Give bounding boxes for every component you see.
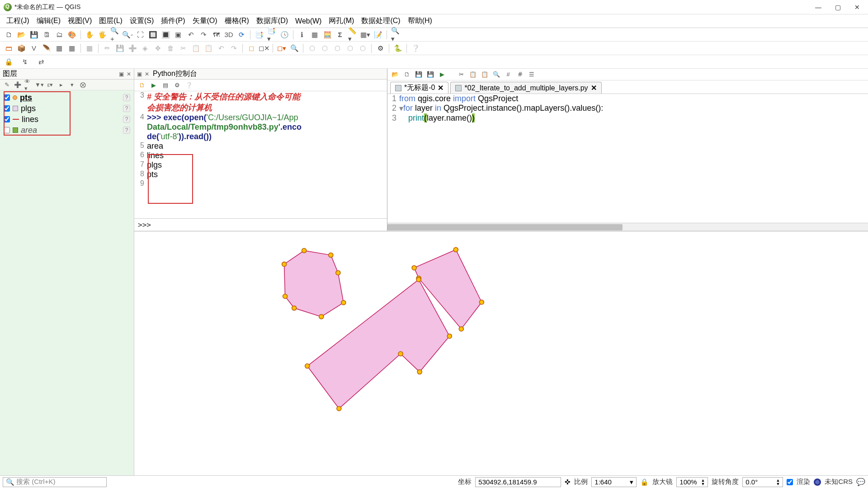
show-bookmarks-icon[interactable]: 📑▾ [267,30,277,40]
clear-console-icon[interactable]: 🗋 [138,81,146,89]
manage-views-icon[interactable]: 👁▾ [24,81,33,89]
map-vertex-point[interactable] [417,370,422,374]
pan-selection-icon[interactable]: 🖐 [97,30,107,40]
console-output[interactable]: 3# 安全警告：从不受信任的源键入命令可能 会损害您的计算机 4>>> exec… [134,91,387,218]
measure-icon[interactable]: 📏▾ [348,30,358,40]
cut-features-icon[interactable]: ✂ [178,43,188,53]
deselect-icon[interactable]: ◻✕ [259,43,269,53]
layer-checkbox[interactable] [4,116,10,122]
layer-row-pts[interactable]: pts ? [2,92,132,103]
pan-icon[interactable]: ✋ [85,30,94,40]
uncomment-icon[interactable]: #̵ [516,70,524,79]
zoom-last-icon[interactable]: ↶ [186,30,196,40]
topological-icon[interactable]: ⇄ [36,57,46,67]
toggle-editing-icon[interactable]: ✏ [102,43,112,53]
layout-manager-icon[interactable]: 🗂 [54,30,64,40]
map-vertex-point[interactable] [398,352,403,356]
tab-close-icon[interactable]: ✕ [591,84,597,92]
scale-field[interactable]: 1:640▾ [591,477,637,487]
new-map-view-icon[interactable]: 🗺 [211,30,221,40]
menu-raster[interactable]: 栅格(R) [222,15,252,27]
menu-view[interactable]: 视图(V) [65,15,94,27]
plugin-processing-icon[interactable]: ⚙ [375,43,385,53]
missing-crs-icon[interactable]: ? [123,94,130,101]
menu-edit[interactable]: 编辑(E) [34,15,63,27]
map-vertex-point[interactable] [412,266,416,270]
expand-all-icon[interactable]: ▸ [57,81,65,89]
edit-switch-icon[interactable]: ▦ [85,43,94,53]
map-vertex-point[interactable] [282,262,287,267]
no-selection-icon[interactable]: ◻ [246,43,256,53]
map-vertex-point[interactable] [341,300,346,305]
new-shapefile-icon[interactable]: V [29,43,39,53]
style-manager-icon[interactable]: 🎨 [67,30,77,40]
layer-row-lines[interactable]: lines ? [2,114,132,125]
zoom-layer-icon[interactable]: ▣ [173,30,183,40]
open-script-icon[interactable]: 📂 [391,70,399,79]
map-canvas[interactable] [134,231,868,475]
new-project-icon[interactable]: 🗋 [4,30,14,40]
crs-globe-icon[interactable] [814,479,821,486]
scale-lock-icon[interactable]: 🔒 [640,478,649,486]
data-source-manager-icon[interactable]: 🗃 [4,43,14,53]
refresh-icon[interactable]: ⟳ [236,30,246,40]
new-tab-icon[interactable]: 🗋 [403,70,411,79]
map-vertex-point[interactable] [319,314,324,319]
new-mesh-icon[interactable]: ▦ [67,43,77,53]
menu-web[interactable]: Web(W) [292,16,324,26]
map-vertex-point[interactable] [479,300,484,305]
identify-icon[interactable]: ℹ [297,30,307,40]
layer-style-icon[interactable]: ✎ [3,81,11,89]
map-vertex-point[interactable] [459,327,463,331]
console-float-icon[interactable]: ▣ [137,71,142,77]
maximize-icon[interactable]: ▢ [835,4,841,11]
new-bookmark-icon[interactable]: 📑 [254,30,264,40]
editor-horizontal-scrollbar[interactable] [387,223,868,231]
console-input[interactable]: >>> [134,218,387,231]
map-vertex-point[interactable] [337,406,341,411]
render-checkbox[interactable] [787,479,793,485]
new-3d-view-icon[interactable]: 3D [224,30,234,40]
close-icon[interactable]: ✕ [854,4,860,11]
adv-digitize-3-icon[interactable]: ⬡ [332,43,342,53]
console-close-icon[interactable]: ✕ [145,71,149,77]
map-vertex-point[interactable] [336,271,340,275]
layer-checkbox[interactable] [4,105,10,112]
select-features-icon[interactable]: ◻▾ [277,43,287,53]
add-feature-icon[interactable]: ➕ [127,43,137,53]
editor-body[interactable]: 1from qgis.core import QgsProject 2▾for … [387,94,868,223]
field-calculator-icon[interactable]: 🧮 [322,30,332,40]
help-icon[interactable]: ❔ [185,81,193,89]
comment-icon[interactable]: # [504,70,512,79]
menu-mesh[interactable]: 网孔(M) [326,15,357,27]
missing-crs-icon[interactable]: ? [123,127,130,134]
layer-row-area[interactable]: area ? [2,125,132,136]
menu-layer[interactable]: 图层(L) [96,15,125,27]
save-script-icon[interactable]: 💾 [415,70,423,79]
minimize-icon[interactable]: — [815,4,821,11]
layer-checkbox[interactable] [4,94,10,101]
map-vertex-point[interactable] [302,249,307,253]
tracing-icon[interactable]: ↯ [20,57,30,67]
object-inspector-icon[interactable]: ☰ [528,70,536,79]
map-vertex-point[interactable] [416,277,421,282]
select-by-value-icon[interactable]: 🔍 [289,43,299,53]
options-icon[interactable]: ⚙ [173,81,181,89]
panel-float-icon[interactable]: ▣ [119,71,124,77]
zoom-next-icon[interactable]: ↷ [198,30,208,40]
menu-settings[interactable]: 设置(S) [127,15,156,27]
zoom-full-icon[interactable]: 🔲 [148,30,158,40]
open-project-icon[interactable]: 📂 [16,30,26,40]
python-console-icon[interactable]: 🐍 [393,43,403,53]
map-vertex-point[interactable] [283,294,288,299]
run-command-icon[interactable]: ▶ [150,81,158,89]
run-script-icon[interactable]: ▶ [438,70,446,79]
paste-icon[interactable]: 📋 [481,70,489,79]
save-edits-icon[interactable]: 💾 [115,43,125,53]
help-whatsthis-icon[interactable]: ❔ [410,43,420,53]
paste-features-icon[interactable]: 📋 [203,43,213,53]
cut-icon[interactable]: ✂ [457,70,465,79]
toggle-extents-icon[interactable]: ✜ [565,478,571,486]
menu-database[interactable]: 数据库(D) [254,15,291,27]
magnifier-field[interactable]: 100%▲▼ [676,477,708,487]
